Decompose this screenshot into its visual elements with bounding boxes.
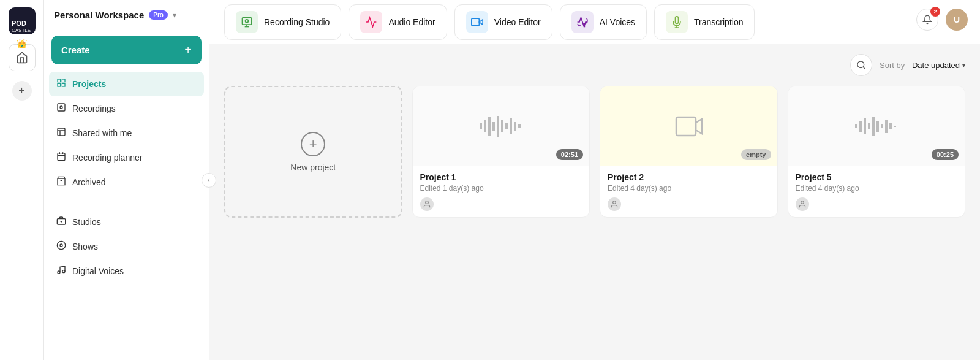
project-1-edited: Edited 1 day(s) ago bbox=[420, 184, 582, 193]
svg-point-18 bbox=[57, 241, 65, 249]
secondary-nav: Studios Shows Digital Voices bbox=[44, 207, 209, 286]
bell-icon bbox=[922, 15, 932, 25]
project-1-duration: 02:51 bbox=[556, 149, 583, 160]
avatar-initials: U bbox=[954, 15, 960, 25]
svg-rect-43 bbox=[855, 124, 858, 128]
tool-recording-studio[interactable]: Recording Studio bbox=[224, 4, 341, 40]
projects-grid: + New project bbox=[224, 86, 965, 218]
shows-icon bbox=[56, 240, 66, 253]
sidebar: Personal Workspace Pro ▾ Create + Projec… bbox=[44, 0, 209, 360]
project-1-thumbnail: 02:51 bbox=[413, 86, 590, 166]
sort-control[interactable]: Sort by Date updated ▾ bbox=[880, 61, 965, 70]
svg-rect-39 bbox=[518, 124, 521, 128]
svg-rect-22 bbox=[243, 17, 252, 25]
sidebar-item-projects[interactable]: Projects bbox=[49, 72, 204, 96]
add-workspace-button[interactable]: + bbox=[12, 81, 32, 101]
tool-audio-editor[interactable]: Audio Editor bbox=[349, 4, 447, 40]
project-2-edited: Edited 4 day(s) ago bbox=[608, 184, 770, 193]
project-2-thumbnail: empty bbox=[600, 86, 777, 166]
sidebar-item-studios[interactable]: Studios bbox=[49, 210, 204, 234]
project-card-2[interactable]: empty Project 2 Edited 4 day(s) ago bbox=[600, 86, 778, 218]
project-5-thumbnail: 00:25 bbox=[788, 86, 965, 166]
svg-point-21 bbox=[62, 270, 65, 273]
new-project-card[interactable]: + New project bbox=[224, 86, 402, 218]
search-icon bbox=[856, 60, 866, 70]
sidebar-item-planner[interactable]: Recording planner bbox=[49, 145, 204, 170]
project-2-badge: empty bbox=[741, 149, 771, 160]
workspace-name: Personal Workspace bbox=[54, 10, 144, 20]
svg-rect-3 bbox=[58, 79, 61, 82]
tool-transcription[interactable]: Transcription bbox=[654, 4, 755, 40]
sidebar-item-digital-voices[interactable]: Digital Voices bbox=[49, 259, 204, 283]
tool-video-editor[interactable]: Video Editor bbox=[454, 4, 552, 40]
svg-point-40 bbox=[425, 201, 428, 204]
svg-rect-35 bbox=[501, 120, 503, 132]
sort-chevron-icon: ▾ bbox=[962, 62, 965, 69]
audio-editor-label: Audio Editor bbox=[388, 17, 435, 27]
transcription-label: Transcription bbox=[694, 17, 743, 27]
tool-ai-voices[interactable]: AI Voices bbox=[560, 4, 647, 40]
ai-voices-label: AI Voices bbox=[600, 17, 635, 27]
transcription-icon bbox=[666, 11, 688, 33]
svg-line-29 bbox=[863, 67, 865, 69]
sidebar-item-shared[interactable]: Shared with me bbox=[49, 121, 204, 145]
waveform-icon bbox=[477, 111, 526, 142]
recording-studio-icon bbox=[236, 11, 258, 33]
svg-rect-9 bbox=[58, 128, 65, 136]
sidebar-collapse-button[interactable]: ‹ bbox=[202, 173, 216, 188]
svg-rect-48 bbox=[876, 121, 879, 132]
home-button[interactable]: 👑 bbox=[9, 44, 36, 71]
sidebar-item-archived-label: Archived bbox=[72, 177, 105, 187]
svg-rect-7 bbox=[58, 104, 65, 111]
digital-voices-icon bbox=[56, 265, 66, 277]
new-project-plus-icon: + bbox=[301, 132, 325, 156]
project-5-duration: 00:25 bbox=[932, 149, 959, 160]
sidebar-item-projects-label: Projects bbox=[72, 79, 106, 89]
archived-icon bbox=[56, 176, 66, 188]
ai-voices-icon bbox=[571, 11, 594, 33]
project-5-edited: Edited 4 day(s) ago bbox=[796, 184, 958, 193]
svg-point-19 bbox=[60, 244, 62, 247]
main-content: Recording Studio Audio Editor Video Edit… bbox=[209, 0, 980, 360]
svg-rect-46 bbox=[868, 123, 870, 129]
notification-button[interactable]: 2 bbox=[916, 9, 938, 31]
svg-point-53 bbox=[801, 201, 804, 204]
svg-rect-10 bbox=[58, 153, 65, 161]
svg-rect-52 bbox=[894, 126, 896, 127]
project-card-5[interactable]: 00:25 Project 5 Edited 4 day(s) ago bbox=[788, 86, 966, 218]
nav-divider bbox=[51, 202, 202, 202]
create-button[interactable]: Create + bbox=[51, 36, 202, 64]
shared-icon bbox=[56, 127, 66, 139]
crown-icon: 👑 bbox=[17, 39, 27, 48]
project-2-avatar bbox=[608, 197, 621, 211]
svg-rect-36 bbox=[505, 123, 508, 129]
project-5-title: Project 5 bbox=[796, 172, 958, 182]
svg-point-23 bbox=[246, 19, 249, 22]
svg-point-28 bbox=[858, 61, 864, 68]
sidebar-item-shared-label: Shared with me bbox=[72, 128, 132, 138]
recording-studio-label: Recording Studio bbox=[264, 17, 330, 27]
sidebar-item-shows[interactable]: Shows bbox=[49, 234, 204, 259]
video-editor-icon bbox=[466, 11, 488, 33]
svg-rect-51 bbox=[889, 123, 892, 129]
app-logo: POD CASTLE bbox=[9, 7, 36, 34]
workspace-chevron-icon[interactable]: ▾ bbox=[173, 11, 176, 20]
user-avatar[interactable]: U bbox=[946, 9, 968, 31]
svg-point-20 bbox=[58, 271, 60, 274]
icon-bar: POD CASTLE 👑 + bbox=[0, 0, 44, 360]
project-2-title: Project 2 bbox=[608, 172, 770, 182]
search-button[interactable] bbox=[850, 54, 872, 76]
studios-icon bbox=[56, 216, 66, 228]
projects-icon bbox=[56, 78, 66, 90]
sidebar-item-archived[interactable]: Archived bbox=[49, 170, 204, 194]
svg-rect-49 bbox=[881, 124, 883, 128]
svg-rect-34 bbox=[497, 116, 499, 137]
svg-point-8 bbox=[60, 106, 62, 109]
project-card-1[interactable]: 02:51 Project 1 Edited 1 day(s) ago bbox=[412, 86, 590, 218]
content-toolbar: Sort by Date updated ▾ bbox=[224, 54, 965, 76]
create-plus-icon: + bbox=[184, 43, 192, 57]
video-icon bbox=[670, 111, 707, 142]
svg-rect-32 bbox=[488, 117, 491, 136]
svg-rect-33 bbox=[492, 122, 495, 131]
sidebar-item-recordings[interactable]: Recordings bbox=[49, 96, 204, 121]
